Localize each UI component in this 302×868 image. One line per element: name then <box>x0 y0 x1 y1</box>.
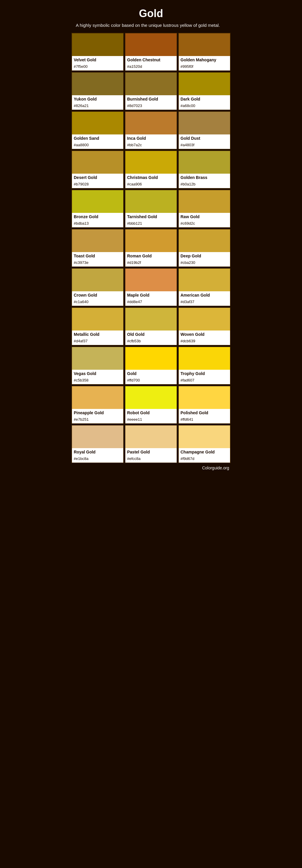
page: Gold A highly symbolic color based on th… <box>68 0 234 475</box>
color-name: Tarnished Gold <box>127 214 175 219</box>
color-cell: Yukon Gold#826a21 <box>71 72 124 110</box>
color-swatch <box>72 386 123 409</box>
color-info: Desert Gold#b79028 <box>72 174 123 188</box>
color-name: Raw Gold <box>181 214 228 219</box>
color-cell: Crown Gold#c1a640 <box>71 268 124 306</box>
color-hex: #a68c00 <box>181 103 228 108</box>
color-name: Trophy Gold <box>181 371 228 376</box>
color-hex: #995f0f <box>181 64 228 69</box>
color-hex: #c69d2c <box>181 221 228 225</box>
color-swatch <box>179 308 230 331</box>
color-info: Vegas Gold#c5b358 <box>72 370 123 384</box>
color-info: Golden Mahogany#995f0f <box>179 56 230 70</box>
color-swatch <box>125 386 177 409</box>
color-swatch <box>179 190 230 213</box>
color-name: Velvet Gold <box>74 58 121 63</box>
color-hex: #aa8800 <box>74 143 121 147</box>
color-info: Pastel Gold#efcc8a <box>125 448 177 463</box>
color-name: Polished Gold <box>181 410 228 415</box>
color-info: Roman Gold#d19b2f <box>125 252 177 267</box>
color-name: Inca Gold <box>127 136 175 141</box>
color-name: Gold <box>127 371 175 376</box>
color-info: Polished Gold#ffd641 <box>179 409 230 423</box>
color-cell: Toast Gold#c3973e <box>71 229 124 267</box>
color-hex: #bb7a2c <box>127 143 175 147</box>
color-swatch <box>72 112 123 134</box>
color-hex: #cba230 <box>181 260 228 265</box>
color-name: Pastel Gold <box>127 450 175 455</box>
color-swatch <box>72 347 123 370</box>
color-swatch <box>179 426 230 448</box>
color-name: Deep Gold <box>181 253 228 258</box>
color-swatch <box>72 229 123 252</box>
color-hex: #e7b251 <box>74 417 121 422</box>
color-info: Bronze Gold#bdba13 <box>72 213 123 227</box>
color-info: Maple Gold#dd8e47 <box>125 291 177 306</box>
color-cell: Velvet Gold#7f5e00 <box>71 33 124 71</box>
color-cell: Golden Mahogany#995f0f <box>178 33 231 71</box>
color-name: Crown Gold <box>74 293 121 298</box>
color-name: Old Gold <box>127 332 175 337</box>
color-hex: #a4803f <box>181 143 228 147</box>
color-info: Christmas Gold#caa906 <box>125 174 177 188</box>
color-swatch <box>179 347 230 370</box>
color-cell: Woven Gold#dcb639 <box>178 307 231 346</box>
color-name: Champagne Gold <box>181 450 228 455</box>
color-hex: #dd8e47 <box>127 300 175 304</box>
color-name: Dark Gold <box>181 97 228 102</box>
color-name: Christmas Gold <box>127 175 175 180</box>
color-swatch <box>72 426 123 448</box>
color-name: Burnished Gold <box>127 97 175 102</box>
color-hex: #c5b358 <box>74 378 121 382</box>
color-hex: #caa906 <box>127 182 175 186</box>
color-info: Golden Sand#aa8800 <box>72 134 123 149</box>
color-swatch <box>72 269 123 291</box>
color-cell: Roman Gold#d19b2f <box>125 229 177 267</box>
color-name: Royal Gold <box>74 450 121 455</box>
color-info: Velvet Gold#7f5e00 <box>72 56 123 70</box>
color-cell: Old Gold#cfb53b <box>125 307 177 346</box>
color-cell: Royal Gold#e1bc8a <box>71 425 124 463</box>
color-swatch <box>125 33 177 56</box>
color-grid: Velvet Gold#7f5e00Golden Chestnut#a1520d… <box>71 33 231 463</box>
color-hex: #ffd641 <box>181 417 228 422</box>
color-name: Woven Gold <box>181 332 228 337</box>
color-swatch <box>179 33 230 56</box>
color-cell: Gold Dust#a4803f <box>178 111 231 150</box>
color-info: Inca Gold#bb7a2c <box>125 134 177 149</box>
color-hex: #bbb121 <box>127 221 175 225</box>
color-cell: Tarnished Gold#bbb121 <box>125 190 177 228</box>
color-hex: #b0a12b <box>181 182 228 186</box>
color-name: Robot Gold <box>127 410 175 415</box>
color-hex: #d4af37 <box>74 339 121 343</box>
color-cell: Pineapple Gold#e7b251 <box>71 385 124 424</box>
color-hex: #e1bc8a <box>74 456 121 461</box>
color-hex: #bdba13 <box>74 221 121 225</box>
color-swatch <box>179 269 230 291</box>
color-hex: #7f5e00 <box>74 64 121 69</box>
color-info: Burnished Gold#8d7023 <box>125 95 177 110</box>
color-swatch <box>125 426 177 448</box>
color-cell: Trophy Gold#fad607 <box>178 346 231 385</box>
color-cell: American Gold#d3af37 <box>178 268 231 306</box>
color-swatch <box>72 151 123 174</box>
color-info: Raw Gold#c69d2c <box>179 213 230 227</box>
page-description: A highly symbolic color based on the uni… <box>74 22 228 28</box>
color-info: Old Gold#cfb53b <box>125 331 177 345</box>
color-cell: Golden Sand#aa8800 <box>71 111 124 150</box>
color-cell: Polished Gold#ffd641 <box>178 385 231 424</box>
color-name: Roman Gold <box>127 253 175 258</box>
color-info: Tarnished Gold#bbb121 <box>125 213 177 227</box>
color-hex: #ffd700 <box>127 378 175 382</box>
color-name: Maple Gold <box>127 293 175 298</box>
color-swatch <box>125 112 177 134</box>
color-info: Metallic Gold#d4af37 <box>72 331 123 345</box>
color-swatch <box>72 33 123 56</box>
color-info: Crown Gold#c1a640 <box>72 291 123 306</box>
color-name: Pineapple Gold <box>74 410 121 415</box>
color-hex: #efcc8a <box>127 456 175 461</box>
color-cell: Christmas Gold#caa906 <box>125 150 177 189</box>
color-cell: Champagne Gold#f9d67d <box>178 425 231 463</box>
color-cell: Golden Brass#b0a12b <box>178 150 231 189</box>
color-cell: Metallic Gold#d4af37 <box>71 307 124 346</box>
